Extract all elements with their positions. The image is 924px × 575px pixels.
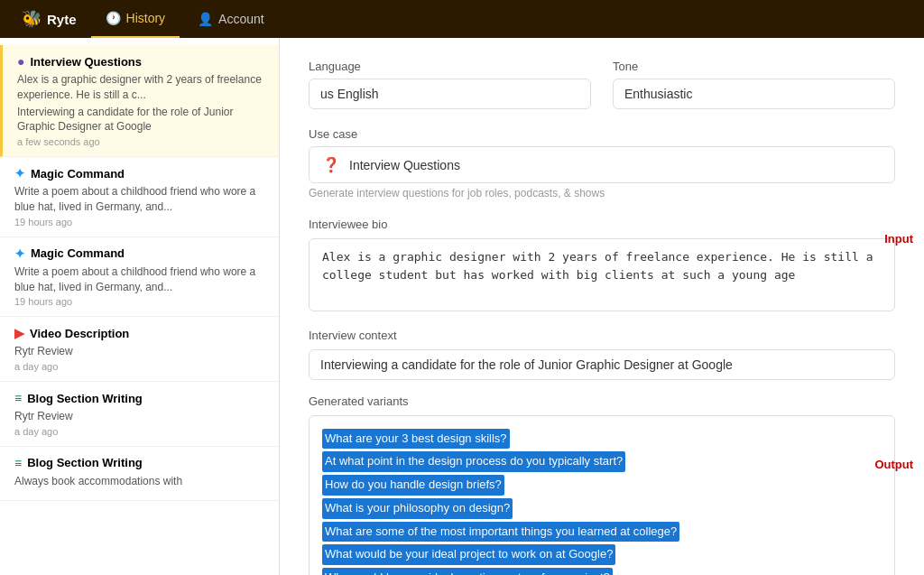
input-annotation: Input [884, 232, 913, 246]
tone-label: Tone [613, 60, 895, 73]
logo-icon: 🐝 [22, 9, 42, 29]
usecase-hint: Generate interview questions for job rol… [309, 187, 895, 199]
sidebar-item-title-text: Blog Section Writing [27, 456, 143, 469]
sidebar-item-magic-command-1[interactable]: ✦ Magic Command Write a poem about a chi… [0, 157, 279, 237]
interview-questions-icon: ● [17, 54, 24, 69]
magic-command-2-icon: ✦ [14, 246, 25, 261]
language-tone-row: Language Tone [309, 60, 895, 109]
blog-section-1-icon: ≡ [14, 391, 22, 405]
tab-account[interactable]: 👤 Account [183, 0, 279, 38]
list-item: What are your 3 best design skills? [322, 429, 510, 450]
sidebar-item-desc: Rytr Review [14, 409, 264, 424]
sidebar-item-desc: Write a poem about a childhood friend wh… [14, 264, 264, 295]
sidebar-item-blog-section-1[interactable]: ≡ Blog Section Writing Rytr Review a day… [0, 382, 279, 447]
tab-history-label: History [126, 11, 166, 25]
sidebar: ● Interview Questions Alex is a graphic … [0, 38, 280, 575]
usecase-icon: ❓ [322, 156, 340, 173]
interview-context-input[interactable] [309, 349, 895, 380]
sidebar-item-desc: Write a poem about a childhood friend wh… [14, 184, 264, 215]
account-icon: 👤 [198, 12, 213, 26]
usecase-value: Interview Questions [349, 158, 460, 172]
logo: 🐝 Ryte [11, 0, 88, 38]
sidebar-item-desc: Always book accommodations with [14, 474, 264, 489]
language-input[interactable] [309, 79, 591, 109]
sidebar-item-title-text: Magic Command [31, 167, 125, 181]
sidebar-item-time: a day ago [14, 426, 264, 437]
output-annotation-label: Output [874, 458, 913, 471]
generated-variants-section: Generated variants What are your 3 best … [309, 394, 895, 576]
list-item: What would be your ideal project to work… [322, 544, 615, 565]
variant-list: What are your 3 best design skills?At wh… [322, 429, 882, 576]
interviewee-bio-section: Interviewee bio Alex is a graphic design… [309, 218, 895, 314]
sidebar-item-magic-command-2[interactable]: ✦ Magic Command Write a poem about a chi… [0, 237, 279, 318]
tone-group: Tone [613, 60, 895, 109]
layout: ● Interview Questions Alex is a graphic … [0, 38, 924, 575]
history-icon: 🕐 [106, 11, 121, 25]
tab-account-label: Account [218, 12, 264, 26]
usecase-box[interactable]: ❓ Interview Questions [309, 146, 895, 183]
sidebar-item-title-text: Magic Command [31, 246, 125, 260]
blog-section-2-icon: ≡ [14, 456, 22, 470]
sidebar-item-interview-questions[interactable]: ● Interview Questions Alex is a graphic … [0, 45, 279, 157]
sidebar-item-desc: Alex is a graphic designer with 2 years … [17, 72, 264, 103]
logo-label: Ryte [47, 12, 77, 27]
sidebar-item-time: 19 hours ago [14, 296, 264, 307]
sidebar-item-time: a day ago [14, 361, 264, 372]
sidebar-item-time: a few seconds ago [17, 136, 264, 147]
top-nav: 🐝 Ryte 🕐 History 👤 Account [0, 0, 924, 38]
sidebar-item-video-description[interactable]: ▶ Video Description Rytr Review a day ag… [0, 317, 279, 382]
sidebar-item-title-text: Interview Questions [30, 55, 142, 69]
usecase-label: Use case [309, 127, 895, 141]
tone-input[interactable] [613, 79, 895, 109]
sidebar-item-desc: Rytr Review [14, 344, 264, 359]
main-content: Language Tone Use case ❓ Interview Quest… [280, 38, 924, 575]
interview-context-section: Interview context [309, 329, 895, 380]
input-annotation-label: Input [884, 232, 913, 246]
interview-context-label: Interview context [309, 329, 895, 342]
magic-command-1-icon: ✦ [14, 166, 25, 181]
sidebar-item-title-text: Video Description [30, 327, 129, 340]
sidebar-item-title-text: Blog Section Writing [27, 392, 143, 405]
sidebar-item-blog-section-2[interactable]: ≡ Blog Section Writing Always book accom… [0, 447, 279, 501]
sidebar-item-sub: Interviewing a candidate for the role of… [17, 105, 264, 135]
list-item: What is your philosophy on design? [322, 498, 513, 519]
language-label: Language [309, 60, 591, 73]
list-item: Who would be your ideal creative partner… [322, 568, 613, 575]
interviewee-bio-label: Interviewee bio [309, 218, 895, 231]
interviewee-bio-input[interactable]: Alex is a graphic designer with 2 years … [309, 238, 895, 311]
list-item: How do you handle design briefs? [322, 475, 504, 496]
list-item: What are some of the most important thin… [322, 522, 679, 543]
list-item: At what point in the design process do y… [322, 451, 625, 472]
language-group: Language [309, 60, 591, 109]
output-annotation: Output [874, 458, 913, 471]
tab-history[interactable]: 🕐 History [91, 0, 180, 38]
sidebar-item-time: 19 hours ago [14, 217, 264, 227]
usecase-section: Use case ❓ Interview Questions Generate … [309, 127, 895, 199]
video-description-icon: ▶ [14, 326, 24, 340]
generated-variants-label: Generated variants [309, 394, 895, 408]
generated-variants-box: What are your 3 best design skills?At wh… [309, 415, 895, 576]
